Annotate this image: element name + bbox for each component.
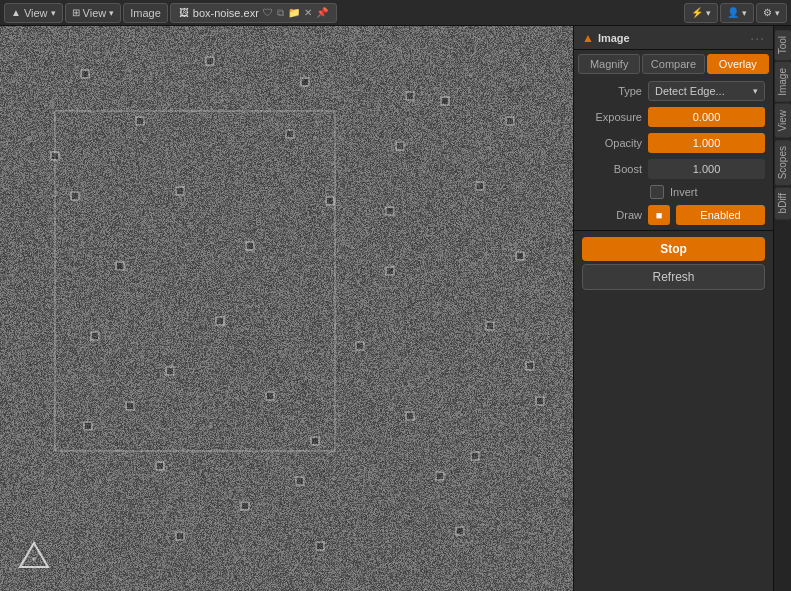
invert-label: Invert [670, 186, 698, 198]
canvas-area[interactable] [0, 26, 573, 591]
tab-compare[interactable]: Compare [642, 54, 704, 74]
exposure-row: Exposure 0.000 [574, 104, 773, 130]
divider-1 [574, 230, 773, 231]
filename-text: box-noise.exr [193, 7, 259, 19]
sidebar-tab-scopes[interactable]: Scopes [775, 140, 791, 185]
file-icon: 🖼 [179, 7, 189, 18]
tab-magnify[interactable]: Magnify [578, 54, 640, 74]
menu-btn-4[interactable]: ⚡ ▾ [684, 3, 718, 23]
draw-row: Draw ■ Enabled [574, 202, 773, 228]
draw-enabled-button[interactable]: Enabled [676, 205, 765, 225]
panel-header: ▲ Image ··· [574, 26, 773, 50]
chevron-down-icon-2: ▾ [109, 8, 114, 18]
draw-icon-button[interactable]: ■ [648, 205, 670, 225]
noise-canvas [0, 26, 573, 591]
exposure-value[interactable]: 0.000 [648, 107, 765, 127]
type-label: Type [582, 85, 642, 97]
tab-overlay[interactable]: Overlay [707, 54, 769, 74]
sidebar-tab-tool[interactable]: Tool [775, 30, 791, 60]
opacity-value[interactable]: 1.000 [648, 133, 765, 153]
panel-title: Image [598, 32, 630, 44]
filename-tab[interactable]: 🖼 box-noise.exr 🛡 ⧉ 📁 ✕ 📌 [170, 3, 337, 23]
pin-icon[interactable]: 📌 [316, 7, 328, 18]
chevron-down-icon-5: ▾ [775, 8, 780, 18]
menu-btn-5[interactable]: 👤 ▾ [720, 3, 754, 23]
sidebar-tabs: Tool Image View Scopes bDiff [773, 26, 791, 591]
panel-tabs: Magnify Compare Overlay [574, 50, 773, 78]
svg-point-1 [32, 557, 36, 561]
view-label-2: View [83, 7, 107, 19]
shield-icon: 🛡 [263, 7, 273, 18]
svg-marker-0 [20, 543, 48, 567]
render-icon: ⚡ [691, 7, 703, 18]
copy-icon: ⧉ [277, 7, 284, 19]
opacity-label: Opacity [582, 137, 642, 149]
type-value: Detect Edge... [655, 85, 725, 97]
main-layout: ▲ Image ··· Magnify Compare Overlay Type… [0, 26, 791, 591]
chevron-down-icon-type: ▾ [753, 86, 758, 96]
sidebar-tab-bdiff[interactable]: bDiff [775, 187, 791, 219]
exposure-label: Exposure [582, 111, 642, 123]
settings-icon: ⚙ [763, 7, 772, 18]
blender-logo [14, 537, 54, 577]
chevron-down-icon-1: ▾ [51, 8, 56, 18]
stop-button[interactable]: Stop [582, 237, 765, 261]
draw-color-icon: ■ [656, 209, 663, 221]
draw-label: Draw [582, 209, 642, 221]
close-icon[interactable]: ✕ [304, 7, 312, 18]
menu-btn-1[interactable]: ▲ View ▾ [4, 3, 63, 23]
menu-btn-6[interactable]: ⚙ ▾ [756, 3, 787, 23]
boost-label: Boost [582, 163, 642, 175]
opacity-row: Opacity 1.000 [574, 130, 773, 156]
refresh-button[interactable]: Refresh [582, 264, 765, 290]
type-dropdown[interactable]: Detect Edge... ▾ [648, 81, 765, 101]
panel-options[interactable]: ··· [750, 30, 765, 46]
grid-icon: ⊞ [72, 7, 80, 18]
boost-value[interactable]: 1.000 [648, 159, 765, 179]
image-panel-icon: ▲ [582, 31, 594, 45]
user-icon: 👤 [727, 7, 739, 18]
boost-row: Boost 1.000 [574, 156, 773, 182]
props-panel: ▲ Image ··· Magnify Compare Overlay Type… [574, 26, 773, 591]
invert-row: Invert [574, 182, 773, 202]
folder-icon: 📁 [288, 7, 300, 18]
panel-header-title: ▲ Image [582, 31, 630, 45]
view-label-1: View [24, 7, 48, 19]
sidebar-tab-image[interactable]: Image [775, 62, 791, 102]
invert-checkbox[interactable] [650, 185, 664, 199]
menu-btn-3[interactable]: Image [123, 3, 168, 23]
triangle-icon: ▲ [11, 7, 21, 18]
chevron-down-icon-4: ▾ [742, 8, 747, 18]
chevron-down-icon-3: ▾ [706, 8, 711, 18]
sidebar-tab-view[interactable]: View [775, 104, 791, 138]
menu-btn-2[interactable]: ⊞ View ▾ [65, 3, 122, 23]
type-row: Type Detect Edge... ▾ [574, 78, 773, 104]
image-label: Image [130, 7, 161, 19]
topbar: ▲ View ▾ ⊞ View ▾ Image 🖼 box-noise.exr … [0, 0, 791, 26]
right-panel: ▲ Image ··· Magnify Compare Overlay Type… [573, 26, 773, 591]
